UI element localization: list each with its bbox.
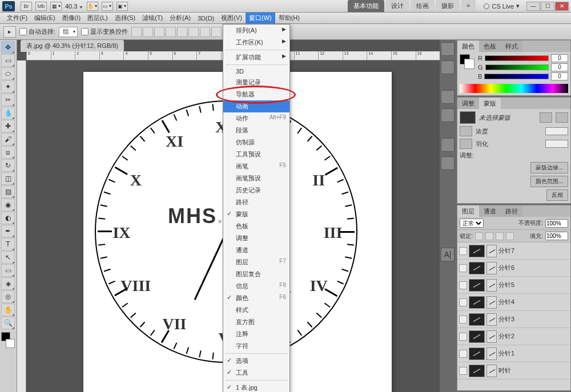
layer-thumbnail[interactable] (469, 347, 485, 360)
menu-item[interactable]: 通道 (223, 244, 289, 256)
menu-item[interactable]: 颜色✓F6 (223, 292, 289, 304)
brush-tool[interactable]: 🖌 (1, 133, 15, 146)
b-value[interactable]: 0 (551, 72, 568, 80)
show-transform-check[interactable]: 显示变换控件 (81, 27, 128, 36)
menu-item[interactable]: 注释 (223, 328, 289, 340)
vector-mask-btn[interactable] (556, 112, 568, 123)
visibility-toggle[interactable] (459, 281, 467, 289)
auto-select-target[interactable]: 组 (59, 27, 78, 37)
r-slider[interactable] (485, 55, 549, 61)
auto-select-check[interactable]: 自动选择: (19, 27, 55, 36)
healing-tool[interactable]: ✚ (1, 120, 15, 132)
move-tool[interactable]: ✥ (1, 41, 15, 54)
dock-brush-icon[interactable] (441, 90, 455, 104)
layer-thumbnail[interactable] (469, 262, 485, 274)
menu-item[interactable]: 信息F8 (223, 280, 289, 292)
tab-color[interactable]: 颜色 (457, 41, 479, 52)
menu-item[interactable]: 蒙版✓ (223, 208, 289, 220)
menu-edit[interactable]: 编辑(E) (31, 13, 59, 23)
menu-analysis[interactable]: 分析(A) (166, 13, 194, 23)
history-brush-tool[interactable]: ↻ (1, 159, 15, 172)
type-tool[interactable]: T (1, 238, 15, 250)
ws-tab-photography[interactable]: 摄影 (436, 0, 460, 12)
visibility-toggle[interactable] (459, 264, 467, 272)
align-icon[interactable] (131, 27, 142, 37)
lock-transparent-icon[interactable] (475, 232, 483, 240)
lasso-tool[interactable]: ⬭ (1, 67, 15, 80)
dock-para-icon[interactable] (441, 156, 455, 170)
visibility-toggle[interactable] (459, 247, 467, 255)
layer-mask-thumbnail[interactable] (486, 347, 497, 360)
crop-tool[interactable]: ✂ (1, 94, 15, 106)
3d-camera-tool[interactable]: ◎ (1, 290, 15, 303)
menu-item[interactable]: 段落 (223, 124, 289, 136)
layer-row[interactable]: 分针4 (457, 294, 570, 311)
tab-masks[interactable]: 蒙版 (479, 98, 501, 109)
g-slider[interactable] (485, 64, 549, 70)
layer-thumbnail[interactable] (469, 296, 485, 309)
menu-item[interactable]: 画笔F5 (223, 160, 289, 172)
density-input[interactable] (545, 127, 568, 135)
visibility-toggle[interactable] (459, 316, 467, 324)
layer-thumbnail[interactable] (469, 279, 485, 292)
eyedropper-tool[interactable]: 💧 (1, 107, 15, 119)
layer-row[interactable]: 时针 (457, 362, 570, 379)
opacity-input[interactable] (545, 219, 568, 228)
minimize-button[interactable]: — (526, 2, 540, 11)
3d-tool[interactable]: ◈ (1, 277, 15, 290)
layer-row[interactable]: 分针7 (457, 243, 570, 260)
lock-pixels-icon[interactable] (485, 232, 493, 240)
shape-tool[interactable]: ▭ (1, 264, 15, 277)
menu-item[interactable]: 排列(A)▶ (223, 25, 289, 37)
menu-item[interactable]: 动画 (223, 100, 289, 112)
blur-tool[interactable]: ◉ (1, 199, 15, 211)
invert-btn[interactable]: 反相 (546, 189, 568, 201)
layers-list[interactable]: 分针7分针6分针5分针4分针3分针2分针1时针 (457, 243, 570, 390)
hand-tool-icon[interactable]: ✋▾ (87, 2, 98, 11)
align-icon[interactable] (188, 27, 199, 37)
color-range-btn[interactable]: 颜色范围... (530, 176, 568, 187)
layer-mask-thumbnail[interactable] (486, 245, 497, 257)
align-icon[interactable] (211, 27, 222, 37)
menu-item[interactable]: 3D (223, 66, 289, 76)
cslive-button[interactable]: CS Live ▾ (480, 1, 523, 11)
layer-thumbnail[interactable] (469, 330, 485, 343)
menu-select[interactable]: 选择(S) (111, 13, 139, 23)
menu-item[interactable]: 工具预设 (223, 148, 289, 160)
menu-item[interactable]: 历史记录 (223, 184, 289, 196)
current-tool-icon[interactable]: ▸ (3, 26, 16, 38)
tab-swatches[interactable]: 色板 (479, 41, 501, 52)
menu-item[interactable]: 选项✓ (223, 355, 289, 367)
dock-actions-icon[interactable] (441, 60, 455, 74)
hand-tool[interactable]: ✋ (1, 304, 15, 316)
menu-item[interactable]: 工作区(K)▶ (223, 37, 289, 49)
menu-image[interactable]: 图像(I) (59, 13, 84, 23)
zoom-level[interactable]: 40.3 ▾ (65, 3, 82, 10)
document-tab[interactable]: 表.jpg @ 40.3% (分针12, RGB/8) (21, 40, 124, 52)
ws-tab-design[interactable]: 设计 (385, 0, 409, 12)
b-slider[interactable] (484, 74, 549, 79)
menu-item[interactable]: 样式 (223, 304, 289, 316)
menu-item[interactable]: 1 表.jpg✓ (223, 382, 289, 392)
layer-row[interactable]: 分针6 (457, 260, 570, 277)
layer-thumbnail[interactable] (469, 245, 485, 257)
visibility-toggle[interactable] (459, 298, 467, 306)
marquee-tool[interactable]: ▭ (1, 54, 15, 67)
pixel-mask-btn[interactable] (540, 112, 552, 123)
visibility-toggle[interactable] (459, 333, 467, 341)
pen-tool[interactable]: ✒ (1, 225, 15, 237)
fill-input[interactable] (545, 232, 568, 240)
menu-filter[interactable]: 滤镜(T) (139, 13, 166, 23)
tab-paths[interactable]: 路径 (501, 205, 522, 217)
lock-all-icon[interactable] (506, 232, 514, 240)
wand-tool[interactable]: ✦ (1, 80, 15, 93)
mask-edge-btn[interactable]: 蒙版边缘... (530, 162, 568, 173)
menu-item[interactable]: 扩展功能▶ (223, 51, 289, 63)
maximize-button[interactable]: ☐ (541, 2, 554, 11)
close-button[interactable]: ✕ (555, 2, 569, 11)
align-icon[interactable] (143, 27, 153, 37)
align-icon[interactable] (177, 27, 187, 37)
menu-file[interactable]: 文件(F) (3, 13, 31, 23)
color-swatch[interactable] (1, 332, 15, 348)
menu-item[interactable]: 工具✓ (223, 367, 289, 379)
